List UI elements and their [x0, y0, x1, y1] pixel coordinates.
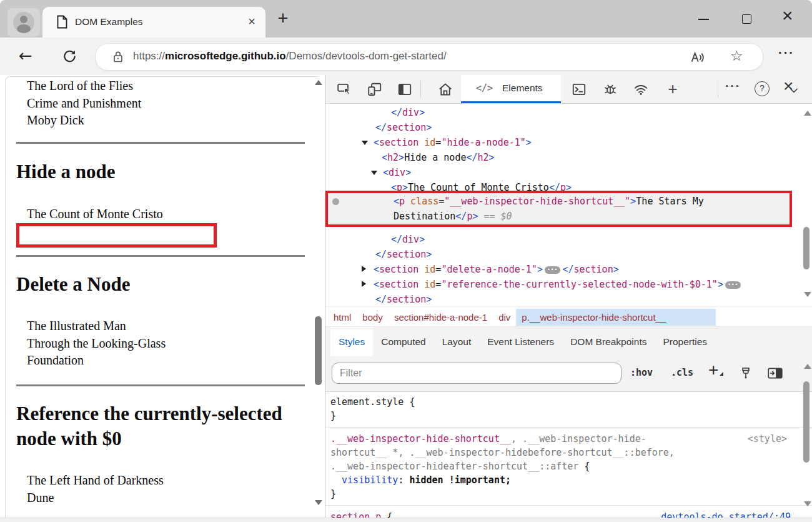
- inspect-element-icon[interactable]: [336, 81, 352, 98]
- code-token: </: [375, 249, 387, 260]
- expand-arrow-icon[interactable]: [371, 171, 377, 175]
- style-rule-line[interactable]: }: [325, 409, 812, 423]
- window-close-button[interactable]: ×: [782, 5, 793, 26]
- dom-tree-line[interactable]: <section id="reference-the-currently-sel…: [325, 277, 812, 292]
- welcome-home-icon[interactable]: [437, 81, 453, 98]
- devtools-more-icon[interactable]: ···: [725, 79, 741, 93]
- dom-tree-line[interactable]: <section id="delete-a-node-1">•••</secti…: [325, 262, 812, 277]
- page-scrollbar[interactable]: [313, 75, 324, 522]
- dom-scrollbar-thumb[interactable]: [803, 227, 810, 269]
- filter-input[interactable]: [332, 363, 621, 384]
- code-token: hidden !important;: [409, 474, 511, 486]
- breadcrumb-item[interactable]: p.__web-inspector-hide-shortcut__: [516, 309, 716, 326]
- browser-settings-icon[interactable]: ···: [778, 46, 795, 60]
- dock-side-icon[interactable]: [397, 81, 413, 98]
- tab-elements[interactable]: </> Elements: [461, 75, 561, 103]
- breadcrumb: htmlbodysection#hide-a-node-1divp.__web-…: [325, 306, 812, 327]
- style-rule-line[interactable]: .__web-inspector-hide-shortcut__, .__web…: [325, 432, 812, 446]
- code-token: "__web-inspector-hide-shortcut__": [444, 196, 630, 207]
- toggle-hover-state[interactable]: :hov: [630, 367, 653, 378]
- dom-tree-line[interactable]: <p class="__web-inspector-hide-shortcut_…: [328, 194, 790, 209]
- browser-tab[interactable]: DOM Examples ×: [42, 7, 265, 38]
- chevron-down-icon[interactable]: [788, 85, 800, 96]
- dom-scrollbar[interactable]: [802, 103, 811, 306]
- new-tab-button[interactable]: +: [273, 9, 293, 29]
- rendered-page: The Lord of the FliesCrime and Punishmen…: [0, 75, 325, 522]
- debugger-bug-icon[interactable]: [602, 81, 618, 98]
- console-icon[interactable]: [571, 81, 587, 98]
- code-token: id: [424, 264, 435, 275]
- scroll-up-icon[interactable]: [804, 111, 811, 116]
- paint-brush-icon[interactable]: [738, 365, 754, 381]
- scroll-up-icon[interactable]: [804, 364, 811, 369]
- hide-a-node-heading: Hide a node: [16, 159, 115, 184]
- page-scrollbar-thumb[interactable]: [315, 316, 322, 385]
- scroll-down-icon[interactable]: [804, 292, 811, 297]
- new-style-rule-icon[interactable]: +: [708, 360, 718, 380]
- code-token: >: [399, 152, 404, 163]
- breadcrumb-item[interactable]: section#hide-a-node-1: [389, 309, 493, 326]
- read-aloud-icon[interactable]: [689, 49, 706, 66]
- toggle-element-class[interactable]: .cls: [671, 367, 693, 378]
- code-token: , .__web-inspector-hide-: [511, 433, 646, 444]
- tab-computed[interactable]: Computed: [373, 327, 434, 356]
- window-bottom-edge: [0, 518, 812, 522]
- scroll-down-icon[interactable]: [804, 501, 811, 506]
- address-bar[interactable]: https://microsoftedge.github.io/Demos/de…: [95, 43, 763, 71]
- dom-tree-line[interactable]: Destination</p> == $0: [328, 209, 790, 224]
- expand-arrow-icon[interactable]: [362, 141, 368, 145]
- code-token: section: [387, 122, 426, 133]
- style-rule-line[interactable]: }: [325, 487, 812, 501]
- book-title: The Illustrated Man: [27, 318, 166, 335]
- refresh-button[interactable]: [61, 48, 77, 64]
- window-maximize-button[interactable]: [742, 14, 751, 24]
- sidebar-toggle-icon[interactable]: [766, 365, 784, 381]
- breadcrumb-item[interactable]: html: [328, 309, 357, 326]
- tab-close-icon[interactable]: ×: [248, 14, 255, 29]
- network-wifi-icon[interactable]: [633, 81, 649, 98]
- dom-tree-line[interactable]: </section>: [325, 247, 812, 262]
- tab-properties[interactable]: Properties: [655, 327, 715, 356]
- style-rule-line[interactable]: shortcut__ *, .__web-inspector-hidebefor…: [325, 446, 812, 459]
- dom-tree-line[interactable]: </section>: [325, 292, 812, 307]
- dom-tree-line[interactable]: <div>: [325, 165, 812, 180]
- window-minimize-button[interactable]: [698, 19, 709, 20]
- lock-icon[interactable]: [112, 50, 124, 64]
- add-tool-icon[interactable]: +: [665, 81, 681, 98]
- profile-button[interactable]: [7, 8, 40, 37]
- tab-styles[interactable]: Styles: [330, 327, 373, 356]
- dom-tree-line[interactable]: </div>: [325, 232, 812, 247]
- code-token: </: [391, 107, 402, 118]
- scroll-down-icon[interactable]: [315, 500, 322, 505]
- style-rule-line[interactable]: visibility: hidden !important;: [325, 473, 812, 487]
- dom-tree-line[interactable]: <section id="hide-a-node-1">: [325, 135, 812, 150]
- selected-dom-node[interactable]: <p class="__web-inspector-hide-shortcut_…: [325, 191, 792, 227]
- tab-event-listeners[interactable]: Event Listeners: [479, 327, 562, 356]
- breadcrumb-item[interactable]: body: [357, 309, 389, 326]
- tab-layout[interactable]: Layout: [434, 327, 480, 356]
- book-title: Through the Looking-Glass: [27, 335, 166, 353]
- dom-tree-line[interactable]: </section>: [325, 120, 812, 135]
- expand-arrow-icon[interactable]: [362, 281, 366, 287]
- code-token: >: [718, 279, 723, 290]
- expand-arrow-icon[interactable]: [362, 266, 366, 272]
- scroll-up-icon[interactable]: [315, 80, 322, 85]
- device-emulation-icon[interactable]: [367, 81, 383, 98]
- styles-scrollbar-thumb[interactable]: [803, 381, 810, 463]
- devtools-help-icon[interactable]: ?: [755, 81, 770, 96]
- tab-dom-breakpoints[interactable]: DOM Breakpoints: [562, 327, 655, 356]
- style-rule-line[interactable]: element.style {: [325, 395, 812, 409]
- style-rule-line[interactable]: .__web-inspector-hideafter-shortcut__::a…: [325, 459, 812, 473]
- book-monte-cristo: The Count of Monte Cristo: [27, 207, 163, 221]
- breadcrumb-item[interactable]: div: [493, 309, 516, 326]
- back-button[interactable]: ←: [19, 46, 32, 65]
- dom-tree-line[interactable]: </div>: [325, 105, 812, 120]
- styles-scrollbar[interactable]: [802, 356, 811, 522]
- sidebar-tabs: StylesComputedLayoutEvent ListenersDOM B…: [325, 326, 812, 356]
- code-token: section: [379, 279, 418, 290]
- code-token: .__web-inspector-hideafter-shortcut__::a…: [330, 461, 578, 472]
- dom-tree-line[interactable]: <h2>Hide a node</h2>: [325, 150, 812, 165]
- favorites-star-icon[interactable]: ☆: [730, 48, 743, 64]
- code-token: == $0: [478, 211, 512, 222]
- rule-divider: [325, 427, 812, 428]
